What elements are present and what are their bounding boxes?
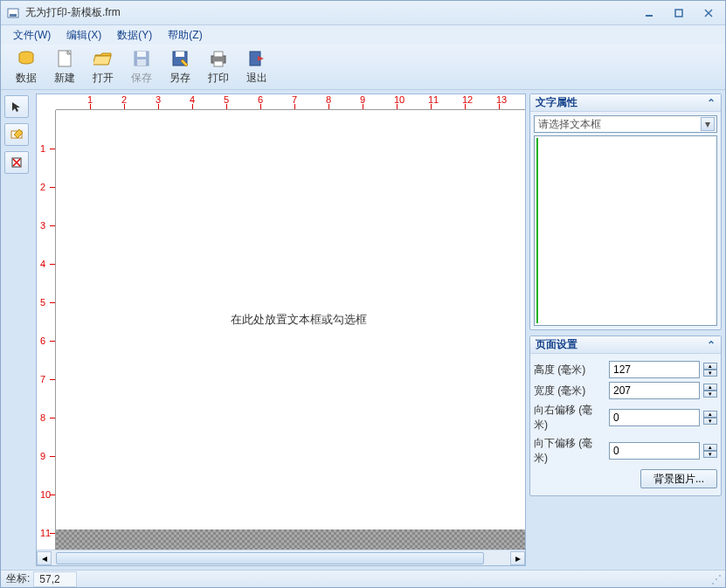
svg-rect-3 (675, 10, 682, 17)
side-panels: 文字属性 ⌃ 请选择文本框 ▾ 页面设置 ⌃ 高度 (毫米) (529, 93, 722, 566)
tool-save: 保存 (123, 45, 160, 88)
open-folder-icon (93, 48, 114, 69)
svg-rect-12 (176, 52, 184, 57)
scroll-right-button[interactable]: ▸ (510, 551, 525, 565)
database-icon (16, 48, 37, 69)
printer-icon (208, 48, 229, 69)
work-area: 1234567891011121314 1234567891011 在此处放置文… (1, 90, 725, 570)
horizontal-scrollbar[interactable]: ◂ ▸ (37, 550, 525, 565)
window-controls (638, 6, 720, 20)
menu-edit[interactable]: 编辑(X) (59, 26, 108, 45)
svg-rect-15 (214, 61, 223, 66)
width-input[interactable] (609, 382, 700, 399)
tool-open[interactable]: 打开 (85, 45, 121, 88)
tool-new[interactable]: 新建 (46, 45, 83, 88)
page-canvas[interactable]: 在此处放置文本框或勾选框 (56, 110, 525, 529)
maximize-button[interactable] (667, 6, 690, 20)
menu-help[interactable]: 帮助(Z) (161, 26, 209, 45)
menu-file[interactable]: 文件(W) (6, 26, 58, 45)
canvas-hint: 在此处放置文本框或勾选框 (231, 312, 367, 328)
scroll-track[interactable] (52, 551, 509, 565)
dropdown-icon[interactable]: ▾ (701, 117, 715, 131)
new-file-icon (54, 48, 75, 69)
height-spinner[interactable]: ▴▾ (703, 363, 717, 377)
offset-y-spinner[interactable]: ▴▾ (703, 444, 717, 458)
canvas-area: 1234567891011121314 1234567891011 在此处放置文… (36, 93, 526, 566)
offset-y-label: 向下偏移 (毫米) (534, 436, 605, 466)
status-bar: 坐标: 57,2 ⋰ (1, 570, 725, 587)
coord-label: 坐标: (6, 571, 30, 586)
svg-rect-1 (10, 14, 17, 17)
collapse-icon[interactable]: ⌃ (707, 97, 716, 109)
window-title: 无为打印-新模板.frm (25, 5, 638, 20)
offset-x-label: 向右偏移 (毫米) (534, 403, 605, 432)
page-settings-panel: 页面设置 ⌃ 高度 (毫米) ▴▾ 宽度 (毫米) ▴▾ 向右偏移 (毫米) ▴ (529, 336, 722, 496)
textbox-tool[interactable] (4, 123, 29, 146)
tool-saveas[interactable]: 另存 (162, 45, 198, 88)
height-input[interactable] (609, 361, 700, 378)
scroll-thumb[interactable] (56, 552, 484, 564)
pointer-tool[interactable] (4, 95, 29, 118)
toolbar: 数据 新建 打开 保存 另存 打印 退出 (1, 45, 725, 90)
saveas-icon (169, 48, 190, 69)
canvas-scroll[interactable]: 1234567891011121314 1234567891011 在此处放置文… (37, 94, 525, 550)
checkbox-tool[interactable] (4, 151, 29, 174)
svg-rect-14 (214, 52, 223, 57)
tool-exit[interactable]: 退出 (239, 45, 275, 88)
left-toolbox (4, 93, 32, 566)
app-icon (6, 6, 20, 20)
outside-page-area (56, 529, 525, 550)
text-properties-panel: 文字属性 ⌃ 请选择文本框 ▾ (529, 93, 722, 330)
svg-rect-9 (137, 52, 146, 57)
tool-data[interactable]: 数据 (8, 45, 45, 88)
collapse-icon[interactable]: ⌃ (707, 339, 716, 351)
exit-icon (246, 48, 267, 69)
coord-value: 57,2 (33, 571, 77, 587)
background-image-button[interactable]: 背景图片... (640, 469, 717, 488)
close-button[interactable] (697, 6, 720, 20)
height-label: 高度 (毫米) (534, 363, 605, 377)
textbox-select[interactable]: 请选择文本框 ▾ (534, 115, 717, 133)
tool-print[interactable]: 打印 (200, 45, 237, 88)
offset-x-input[interactable] (609, 409, 700, 426)
vertical-ruler: 1234567891011 (37, 110, 56, 550)
menu-bar: 文件(W) 编辑(X) 数据(Y) 帮助(Z) (1, 25, 725, 45)
width-label: 宽度 (毫米) (534, 384, 605, 398)
cursor-bar (536, 138, 538, 323)
text-panel-header: 文字属性 ⌃ (530, 94, 721, 112)
page-panel-header: 页面设置 ⌃ (530, 336, 721, 354)
menu-data[interactable]: 数据(Y) (110, 26, 159, 45)
minimize-button[interactable] (638, 6, 660, 20)
scroll-left-button[interactable]: ◂ (37, 551, 52, 565)
horizontal-ruler: 1234567891011121314 (56, 94, 525, 110)
save-icon (131, 48, 152, 69)
title-bar: 无为打印-新模板.frm (1, 1, 725, 25)
offset-x-spinner[interactable]: ▴▾ (703, 411, 717, 425)
width-spinner[interactable]: ▴▾ (703, 384, 717, 398)
resize-grip[interactable]: ⋰ (711, 573, 720, 585)
offset-y-input[interactable] (609, 442, 700, 460)
svg-rect-10 (137, 59, 146, 66)
text-preview (534, 135, 717, 326)
